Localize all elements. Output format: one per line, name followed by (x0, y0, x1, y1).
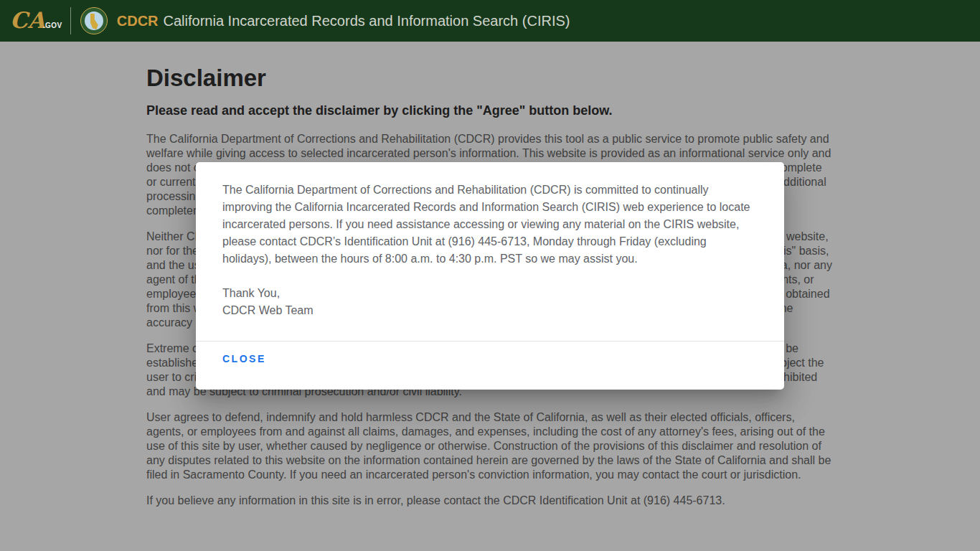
ca-gov-logo[interactable]: CA.GOV (10, 11, 62, 31)
dialog-message: The California Department of Corrections… (222, 182, 755, 268)
ca-gov-logo-gov: .GOV (43, 22, 62, 31)
header-divider (70, 7, 71, 34)
cdcr-seal-icon (80, 7, 108, 34)
signoff-line-2: CDCR Web Team (222, 304, 314, 316)
signoff-line-1: Thank You, (222, 287, 280, 299)
cdcr-brand-label: CDCR (117, 13, 159, 29)
ca-gov-logo-script: CA (10, 11, 45, 31)
header-title-group: CDCRCalifornia Incarcerated Records and … (117, 13, 570, 29)
dialog-body: The California Department of Corrections… (196, 162, 784, 319)
accessibility-notice-dialog: The California Department of Corrections… (196, 162, 784, 390)
dialog-actions: CLOSE (196, 341, 784, 382)
dialog-signoff: Thank You, CDCR Web Team (222, 285, 755, 319)
close-button[interactable]: CLOSE (222, 353, 266, 364)
app-title: California Incarcerated Records and Info… (164, 13, 570, 29)
app-header: CA.GOV CDCRCalifornia Incarcerated Recor… (0, 0, 980, 42)
